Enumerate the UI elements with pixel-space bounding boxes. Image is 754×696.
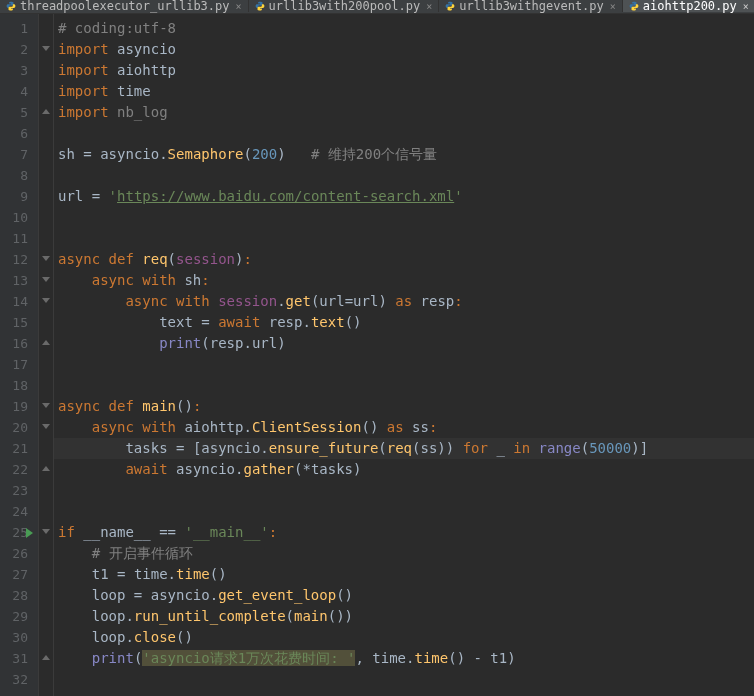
fold-gutter (38, 14, 54, 696)
line-number: 28 (0, 585, 38, 606)
fold-marker[interactable] (42, 277, 50, 285)
code-line[interactable]: async def req(session): (54, 249, 754, 270)
code-line[interactable]: # coding:utf-8 (54, 18, 754, 39)
code-line[interactable]: url = 'https://www.baidu.com/content-sea… (54, 186, 754, 207)
line-number: 27 (0, 564, 38, 585)
code-line[interactable] (54, 207, 754, 228)
tab-label: urllib3with200pool.py (269, 0, 421, 13)
python-file-icon (629, 1, 639, 11)
code-line[interactable]: async def main(): (54, 396, 754, 417)
python-file-icon (6, 1, 16, 11)
line-number: 17 (0, 354, 38, 375)
code-line[interactable] (54, 123, 754, 144)
editor-tabbar: threadpoolexecutor_urllib3.py×urllib3wit… (0, 0, 754, 14)
line-number: 7 (0, 144, 38, 165)
fold-marker[interactable] (42, 340, 50, 348)
code-line[interactable]: async with sh: (54, 270, 754, 291)
code-line[interactable]: tasks = [asyncio.ensure_future(req(ss)) … (54, 438, 754, 459)
code-line[interactable]: text = await resp.text() (54, 312, 754, 333)
close-icon[interactable]: × (743, 1, 749, 12)
line-number: 29 (0, 606, 38, 627)
code-line[interactable] (54, 165, 754, 186)
close-icon[interactable]: × (236, 1, 242, 12)
line-number: 18 (0, 375, 38, 396)
tab-threadpoolexecutor-urllib3-py[interactable]: threadpoolexecutor_urllib3.py× (0, 0, 249, 12)
line-number: 12 (0, 249, 38, 270)
line-number: 13 (0, 270, 38, 291)
tab-label: urllib3withgevent.py (459, 0, 604, 13)
code-line[interactable]: import asyncio (54, 39, 754, 60)
code-line[interactable]: await asyncio.gather(*tasks) (54, 459, 754, 480)
tab-label: threadpoolexecutor_urllib3.py (20, 0, 230, 13)
close-icon[interactable]: × (426, 1, 432, 12)
code-line[interactable]: import time (54, 81, 754, 102)
tab-aiohttp200-py[interactable]: aiohttp200.py× (623, 0, 754, 12)
line-number: 14 (0, 291, 38, 312)
line-number: 24 (0, 501, 38, 522)
code-line[interactable]: if __name__ == '__main__': (54, 522, 754, 543)
code-line[interactable] (54, 375, 754, 396)
fold-marker[interactable] (42, 109, 50, 117)
line-number: 31 (0, 648, 38, 669)
tab-urllib3with200pool-py[interactable]: urllib3with200pool.py× (249, 0, 440, 12)
code-line[interactable]: async with session.get(url=url) as resp: (54, 291, 754, 312)
code-line[interactable] (54, 354, 754, 375)
code-line[interactable] (54, 669, 754, 690)
line-number: 26 (0, 543, 38, 564)
line-number: 22 (0, 459, 38, 480)
code-line[interactable]: async with aiohttp.ClientSession() as ss… (54, 417, 754, 438)
code-line[interactable] (54, 501, 754, 522)
tab-urllib3withgevent-py[interactable]: urllib3withgevent.py× (439, 0, 623, 12)
code-line[interactable]: loop.run_until_complete(main()) (54, 606, 754, 627)
fold-marker[interactable] (42, 424, 50, 432)
line-number: 11 (0, 228, 38, 249)
line-number: 20 (0, 417, 38, 438)
code-line[interactable]: import aiohttp (54, 60, 754, 81)
tab-label: aiohttp200.py (643, 0, 737, 13)
line-number: 9 (0, 186, 38, 207)
code-line[interactable] (54, 228, 754, 249)
line-number: 4 (0, 81, 38, 102)
code-editor[interactable]: 1234567891011121314151617181920212223242… (0, 14, 754, 696)
python-file-icon (255, 1, 265, 11)
fold-marker[interactable] (42, 46, 50, 54)
code-line[interactable]: print('asyncio请求1万次花费时间: ', time.time() … (54, 648, 754, 669)
fold-marker[interactable] (42, 403, 50, 411)
code-line[interactable]: # 开启事件循环 (54, 543, 754, 564)
line-number: 15 (0, 312, 38, 333)
code-line[interactable] (54, 690, 754, 696)
fold-marker[interactable] (42, 529, 50, 537)
line-number: 3 (0, 60, 38, 81)
close-icon[interactable]: × (610, 1, 616, 12)
fold-marker[interactable] (42, 466, 50, 474)
python-file-icon (445, 1, 455, 11)
code-line[interactable] (54, 480, 754, 501)
line-number: 1 (0, 18, 38, 39)
line-number: 8 (0, 165, 38, 186)
line-number: 23 (0, 480, 38, 501)
code-line[interactable]: print(resp.url) (54, 333, 754, 354)
line-number: 16 (0, 333, 38, 354)
line-number: 19 (0, 396, 38, 417)
code-line[interactable]: t1 = time.time() (54, 564, 754, 585)
line-number: 2 (0, 39, 38, 60)
code-line[interactable]: import nb_log (54, 102, 754, 123)
fold-marker[interactable] (42, 256, 50, 264)
line-number: 5 (0, 102, 38, 123)
line-number: 30 (0, 627, 38, 648)
code-line[interactable]: loop = asyncio.get_event_loop() (54, 585, 754, 606)
fold-marker[interactable] (42, 298, 50, 306)
line-number: 6 (0, 123, 38, 144)
line-number: 32 (0, 669, 38, 690)
line-number: 33 (0, 690, 38, 696)
code-line[interactable]: loop.close() (54, 627, 754, 648)
code-line[interactable]: sh = asyncio.Semaphore(200) # 维持200个信号量 (54, 144, 754, 165)
line-number: 10 (0, 207, 38, 228)
run-gutter-icon[interactable] (26, 528, 33, 538)
code-area[interactable]: # coding:utf-8import asyncioimport aioht… (54, 14, 754, 696)
line-number-gutter: 1234567891011121314151617181920212223242… (0, 14, 38, 696)
line-number: 21 (0, 438, 38, 459)
fold-marker[interactable] (42, 655, 50, 663)
